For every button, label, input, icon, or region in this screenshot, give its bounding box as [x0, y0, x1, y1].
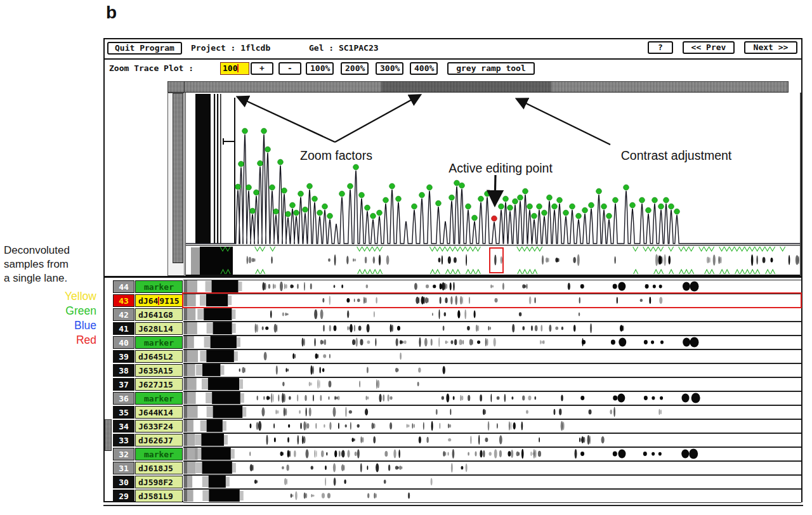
peak-marker-dot[interactable]: [523, 188, 528, 194]
peak-marker-dot[interactable]: [436, 200, 442, 206]
peak-marker-dot[interactable]: [377, 210, 383, 216]
peak-marker-dot[interactable]: [370, 213, 376, 219]
lane-label-44[interactable]: marker: [135, 280, 183, 293]
peak-marker-dot[interactable]: [596, 188, 602, 194]
lane-number-36[interactable]: 36: [113, 392, 134, 405]
peak-marker-dot[interactable]: [537, 204, 542, 209]
lane-strip-44[interactable]: [183, 280, 801, 294]
peak-marker-dot[interactable]: [630, 202, 636, 208]
lane-scrollbar-thumb[interactable]: [105, 419, 112, 451]
lane-number-41[interactable]: 41: [113, 322, 134, 335]
lane-strip-31[interactable]: [183, 461, 801, 475]
peak-marker-dot[interactable]: [273, 209, 279, 214]
peak-marker-dot[interactable]: [246, 185, 252, 190]
lane-label-41[interactable]: J628L14: [135, 322, 183, 335]
peak-marker-dot[interactable]: [499, 204, 504, 209]
peak-marker-dot[interactable]: [353, 164, 359, 170]
lane-label-33[interactable]: dJ626J7: [135, 434, 183, 447]
contrast-dark-segment[interactable]: [381, 82, 551, 92]
peak-marker-dot[interactable]: [285, 211, 291, 217]
lane-strip-36[interactable]: [183, 391, 801, 405]
peak-marker-dot[interactable]: [624, 185, 629, 190]
lane-strip-33[interactable]: [183, 433, 801, 447]
peak-marker-dot[interactable]: [265, 147, 271, 152]
vertical-scrollbar-thumb[interactable]: [173, 93, 183, 263]
peak-marker-dot[interactable]: [652, 197, 658, 203]
lane-number-40[interactable]: 40: [113, 336, 134, 349]
peak-marker-dot[interactable]: [339, 191, 345, 197]
peak-marker-dot[interactable]: [552, 204, 558, 209]
peak-marker-dot[interactable]: [563, 210, 569, 216]
lane-label-37[interactable]: J627J15: [135, 378, 183, 391]
zoom-preset-100[interactable]: 100%: [306, 62, 334, 75]
peak-marker-dot[interactable]: [532, 213, 537, 219]
peak-marker-dot[interactable]: [261, 128, 267, 134]
lane-strip-39[interactable]: [183, 349, 801, 363]
peak-marker-dot[interactable]: [459, 183, 465, 188]
lane-number-44[interactable]: 44: [113, 280, 134, 293]
zoom-preset-400[interactable]: 400%: [410, 62, 438, 75]
lane-row-44[interactable]: 44marker: [113, 280, 802, 294]
peak-marker-dot[interactable]: [307, 183, 313, 189]
zoom-in-button[interactable]: +: [251, 62, 273, 75]
help-button[interactable]: ?: [648, 41, 673, 54]
peak-marker-dot[interactable]: [518, 195, 523, 200]
peak-marker-dot[interactable]: [359, 192, 365, 198]
peak-marker-dot[interactable]: [390, 183, 395, 189]
peak-marker-dot[interactable]: [317, 210, 323, 216]
lane-strip-43[interactable]: [183, 294, 801, 308]
peak-marker-dot[interactable]: [427, 185, 433, 190]
grey-ramp-tool-button[interactable]: grey ramp tool: [447, 62, 535, 75]
peak-marker-dot[interactable]: [235, 184, 241, 190]
peak-marker-dot[interactable]: [589, 202, 594, 208]
peak-marker-dot[interactable]: [242, 128, 248, 134]
lane-number-42[interactable]: 42: [113, 308, 134, 321]
lane-strip-34[interactable]: [183, 419, 801, 433]
lane-number-37[interactable]: 37: [113, 378, 134, 391]
lane-label-43[interactable]: dJ649I15: [135, 294, 183, 307]
lane-row-29[interactable]: 29dJ581L9: [113, 489, 802, 503]
lane-label-31[interactable]: dJ618J5: [135, 462, 183, 474]
peak-marker-dot[interactable]: [527, 204, 533, 209]
peak-marker-dot[interactable]: [508, 205, 513, 211]
peak-marker-dot[interactable]: [570, 204, 575, 209]
peak-marker-dot[interactable]: [454, 180, 460, 186]
peak-marker-dot[interactable]: [557, 197, 563, 203]
peak-marker-dot[interactable]: [613, 197, 619, 203]
lane-strip-40[interactable]: [183, 336, 801, 349]
peak-marker-dot[interactable]: [503, 196, 509, 202]
lane-label-35[interactable]: J644K14: [135, 406, 183, 419]
peak-marker-dot[interactable]: [290, 202, 296, 208]
lane-strip-41[interactable]: [183, 322, 801, 336]
trace-editor-canvas[interactable]: [186, 93, 800, 276]
peak-marker-dot[interactable]: [282, 188, 287, 193]
lane-number-39[interactable]: 39: [113, 350, 134, 363]
lane-row-30[interactable]: 30dJ598F2: [113, 475, 802, 489]
peak-marker-dot[interactable]: [270, 185, 275, 190]
peak-marker-dot[interactable]: [466, 204, 471, 209]
lane-label-29[interactable]: dJ581L9: [135, 490, 183, 502]
peak-marker-dot[interactable]: [419, 192, 425, 198]
lane-row-41[interactable]: 41J628L14: [113, 322, 802, 336]
lane-strip-29[interactable]: [183, 489, 801, 503]
peak-marker-dot[interactable]: [601, 204, 607, 209]
lane-strip-38[interactable]: [183, 363, 801, 377]
lane-number-31[interactable]: 31: [113, 462, 134, 474]
lane-strip-32[interactable]: [183, 447, 801, 461]
peak-marker-dot[interactable]: [513, 199, 518, 204]
lane-number-33[interactable]: 33: [113, 434, 134, 447]
lane-label-30[interactable]: dJ598F2: [135, 476, 183, 488]
peak-marker-dot[interactable]: [303, 207, 308, 212]
next-button[interactable]: Next >>: [744, 41, 797, 54]
lane-number-32[interactable]: 32: [113, 448, 134, 460]
lane-strip-35[interactable]: [183, 405, 801, 419]
lane-row-32[interactable]: 32marker: [113, 447, 802, 461]
lane-number-43[interactable]: 43: [113, 294, 134, 307]
lane-number-30[interactable]: 30: [113, 476, 134, 488]
peak-marker-dot[interactable]: [646, 207, 652, 213]
active-editing-point-dot[interactable]: [492, 216, 497, 221]
lane-strip-30[interactable]: [183, 475, 801, 489]
peak-marker-dot[interactable]: [250, 208, 256, 214]
peak-marker-dot[interactable]: [383, 197, 389, 203]
peak-marker-dot[interactable]: [298, 191, 304, 197]
